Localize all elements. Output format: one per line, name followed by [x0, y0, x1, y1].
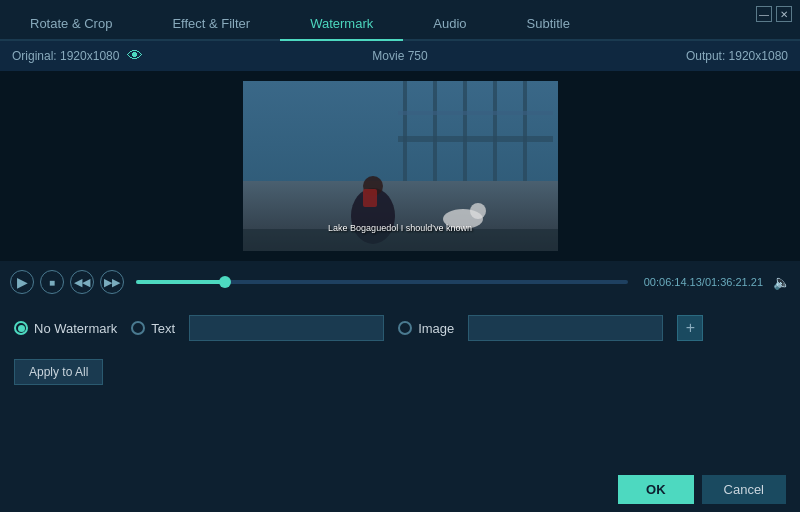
svg-rect-5 [493, 81, 497, 181]
ok-button[interactable]: OK [618, 475, 694, 504]
svg-rect-3 [433, 81, 437, 181]
cancel-button[interactable]: Cancel [702, 475, 786, 504]
image-input[interactable] [468, 315, 663, 341]
tab-rotate-crop[interactable]: Rotate & Crop [0, 8, 142, 41]
text-input[interactable] [189, 315, 384, 341]
progress-fill [136, 280, 225, 284]
bottom-bar: OK Cancel [0, 466, 800, 512]
next-button[interactable]: ▶▶ [100, 270, 124, 294]
add-image-button[interactable]: + [677, 315, 703, 341]
prev-button[interactable]: ◀◀ [70, 270, 94, 294]
tab-bar: Rotate & Crop Effect & Filter Watermark … [0, 0, 800, 41]
tab-audio[interactable]: Audio [403, 8, 496, 41]
tab-subtitle[interactable]: Subtitle [497, 8, 600, 41]
eye-icon[interactable]: 👁 [127, 47, 143, 65]
image-label: Image [418, 321, 454, 336]
progress-bar[interactable] [136, 280, 628, 284]
svg-rect-7 [398, 136, 553, 142]
volume-icon[interactable]: 🔈 [773, 274, 790, 290]
apply-area: Apply to All [0, 353, 800, 395]
movie-title: Movie 750 [372, 49, 427, 63]
text-radio[interactable] [131, 321, 145, 335]
svg-rect-11 [363, 189, 377, 207]
video-background: Lake Bogaguedol I should've known [243, 81, 558, 251]
close-button[interactable]: ✕ [776, 6, 792, 22]
spacer [0, 395, 800, 475]
svg-rect-4 [463, 81, 467, 181]
svg-rect-2 [403, 81, 407, 181]
tab-watermark[interactable]: Watermark [280, 8, 403, 41]
controls-bar: ▶ ■ ◀◀ ▶▶ 00:06:14.13/01:36:21.21 🔈 [0, 261, 800, 303]
text-label: Text [151, 321, 175, 336]
svg-point-13 [470, 203, 486, 219]
no-watermark-option[interactable]: No Watermark [14, 321, 117, 336]
output-resolution: Output: 1920x1080 [686, 49, 788, 63]
image-radio[interactable] [398, 321, 412, 335]
progress-thumb [219, 276, 231, 288]
time-display: 00:06:14.13/01:36:21.21 [644, 276, 763, 288]
info-bar: Original: 1920x1080 👁 Movie 750 Output: … [0, 41, 800, 71]
original-resolution: Original: 1920x1080 [12, 49, 119, 63]
video-frame: Lake Bogaguedol I should've known [243, 81, 558, 251]
video-area: Lake Bogaguedol I should've known [0, 71, 800, 261]
subtitle-text: Lake Bogaguedol I should've known [328, 223, 472, 233]
title-bar: — ✕ [748, 0, 800, 28]
stop-button[interactable]: ■ [40, 270, 64, 294]
no-watermark-label: No Watermark [34, 321, 117, 336]
play-button[interactable]: ▶ [10, 270, 34, 294]
watermark-options: No Watermark Text Image + [0, 303, 800, 353]
svg-rect-6 [523, 81, 527, 181]
svg-rect-8 [398, 111, 553, 115]
text-watermark-option[interactable]: Text [131, 321, 175, 336]
no-watermark-radio[interactable] [14, 321, 28, 335]
minimize-button[interactable]: — [756, 6, 772, 22]
apply-to-all-button[interactable]: Apply to All [14, 359, 103, 385]
image-watermark-option[interactable]: Image [398, 321, 454, 336]
tab-effect-filter[interactable]: Effect & Filter [142, 8, 280, 41]
